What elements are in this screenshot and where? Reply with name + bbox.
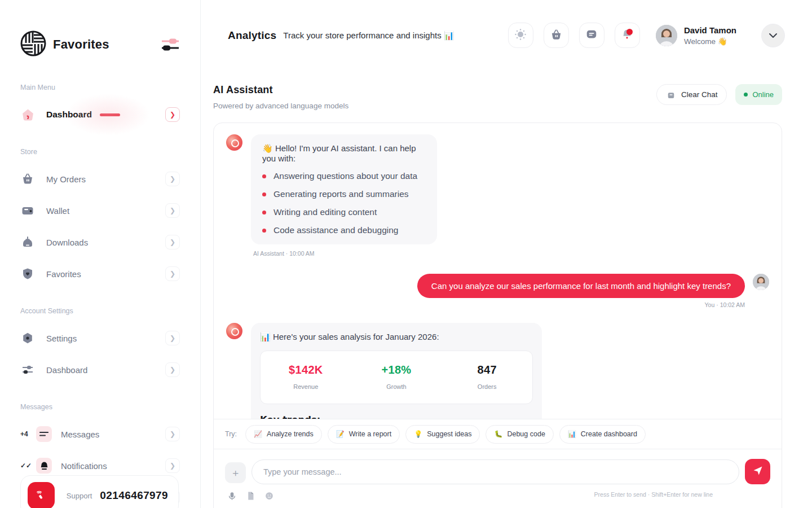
stat-growth: +18% Growth (351, 364, 442, 390)
clear-chat-label: Clear Chat (681, 90, 718, 99)
support-card[interactable]: Support 02146467979 (20, 475, 179, 508)
sidebar-item-dashboard-settings[interactable]: Dashboard ❯ (20, 361, 180, 378)
section-label-account: Account Settings (20, 307, 180, 315)
ai-message-bubble: 👋 Hello! I'm your AI assistant. I can he… (251, 134, 437, 244)
messages-button[interactable] (579, 23, 604, 48)
message-input[interactable] (251, 459, 739, 484)
sidebar-item-label: Dashboard (46, 365, 106, 375)
suggestion-chip-debug-code[interactable]: 🐛 Debug code (486, 425, 553, 444)
sun-icon (514, 28, 527, 43)
chevron-right-icon[interactable]: ❯ (165, 203, 180, 218)
attach-button[interactable]: ＋ (225, 462, 246, 483)
sidebar-item-downloads[interactable]: Downloads ❯ (20, 234, 180, 251)
chevron-down-icon[interactable] (761, 24, 785, 47)
list-item: Answering questions about your data (262, 171, 426, 181)
page-title: Analytics (228, 29, 276, 42)
chevron-right-icon[interactable]: ❯ (165, 266, 180, 281)
composer-hint: Press Enter to send · Shift+Enter for ne… (594, 491, 713, 498)
cart-button[interactable] (544, 23, 569, 48)
theme-toggle-button[interactable] (508, 23, 533, 48)
memo-icon: 📝 (336, 430, 345, 438)
bullet-dot (262, 229, 266, 233)
file-icon[interactable] (246, 491, 255, 503)
notification-dot (626, 29, 633, 35)
list-item: Writing and editing content (262, 207, 426, 217)
ai-assistant-header: AI Assistant Powered by advanced languag… (201, 48, 812, 110)
avatar (656, 25, 677, 46)
list-item: Code assistance and debugging (262, 225, 426, 235)
chat-message-list[interactable]: 👋 Hello! I'm your AI assistant. I can he… (214, 123, 782, 419)
section-label-messages: Messages (20, 403, 180, 411)
microphone-icon[interactable] (227, 491, 237, 503)
stat-label: Orders (442, 383, 532, 390)
section-label-store: Store (20, 148, 180, 156)
sliders-icon (20, 362, 35, 377)
bar-chart-icon: 📊 (568, 430, 576, 438)
ai-message-text: 📊 Here's your sales analysis for January… (260, 332, 533, 342)
sidebar-collapse-icon[interactable] (161, 37, 180, 52)
sidebar-item-label: Dashboard (46, 110, 92, 120)
clear-chat-button[interactable]: Clear Chat (656, 84, 727, 105)
stat-label: Revenue (261, 383, 351, 390)
sidebar-item-favorites[interactable]: Favorites ❯ (20, 265, 180, 282)
ai-message: 👋 Hello! I'm your AI assistant. I can he… (226, 134, 769, 244)
plus-icon: ＋ (231, 466, 241, 480)
suggestion-chip-write-report[interactable]: 📝 Write a report (328, 425, 400, 444)
chevron-right-icon[interactable]: ❯ (165, 427, 180, 441)
bell-icon (36, 458, 52, 474)
suggestion-chip-create-dashboard[interactable]: 📊 Create dashboard (559, 425, 646, 444)
chat-panel: 👋 Hello! I'm your AI assistant. I can he… (213, 122, 782, 508)
unread-count-badge: +4 (20, 430, 36, 438)
stat-value: +18% (351, 364, 442, 376)
sidebar-item-label: Settings (46, 334, 106, 343)
bullet-dot (262, 174, 266, 178)
sidebar-item-label: Notifications (61, 461, 113, 471)
sidebar-item-label: Downloads (46, 238, 106, 247)
chevron-right-icon[interactable]: ❯ (165, 172, 180, 186)
active-indicator (100, 113, 120, 116)
chevron-right-icon[interactable]: ❯ (165, 331, 180, 345)
stat-label: Growth (351, 383, 442, 390)
suggestion-chip-suggest-ideas[interactable]: 💡 Suggest ideas (405, 425, 480, 444)
chevron-right-icon[interactable]: ❯ (165, 458, 180, 473)
chevron-right-icon[interactable]: ❯ (165, 362, 180, 377)
chevron-right-icon[interactable]: ❯ (165, 235, 180, 249)
sidebar-item-wallet[interactable]: Wallet ❯ (20, 202, 180, 219)
sidebar-item-dashboard[interactable]: Dashboard ❯ (20, 106, 180, 123)
sidebar-item-settings[interactable]: Settings ❯ (20, 330, 180, 347)
sidebar-item-notifications[interactable]: ✓✓ Notifications ❯ (20, 457, 180, 474)
sidebar-item-label: Favorites (46, 269, 106, 279)
user-menu[interactable]: David Tamon Welcome 👋 (656, 25, 736, 46)
ai-message-bubble: 📊 Here's your sales analysis for January… (251, 323, 542, 419)
chart-up-icon: 📈 (254, 430, 262, 438)
brand-name: Favorites (53, 37, 109, 52)
user-message-bubble: Can you analyze our sales performance fo… (417, 274, 745, 298)
composer: ＋ (214, 449, 782, 484)
try-label: Try: (225, 430, 237, 438)
ai-message: 📊 Here's your sales analysis for January… (226, 323, 769, 419)
paper-plane-icon (752, 465, 764, 478)
ai-avatar (226, 323, 242, 339)
page-subtitle: Track your store performance and insight… (283, 30, 454, 41)
sidebar-item-messages[interactable]: +4 Messages ❯ (20, 426, 180, 443)
sidebar-item-label: My Orders (46, 174, 106, 184)
user-message: Can you analyze our sales performance fo… (226, 274, 769, 298)
notifications-button[interactable] (615, 23, 640, 48)
basket-icon (550, 28, 563, 43)
emoji-icon[interactable] (264, 491, 274, 503)
chevron-right-icon[interactable]: ❯ (165, 107, 180, 122)
send-button[interactable] (745, 459, 770, 484)
ai-assistant-subtitle: Powered by advanced language models (213, 102, 348, 110)
message-timestamp: You · 10:02 AM (226, 301, 745, 308)
sidebar-item-my-orders[interactable]: My Orders ❯ (20, 170, 180, 187)
composer-footer: Press Enter to send · Shift+Enter for ne… (214, 484, 782, 503)
status-badge: Online (735, 84, 782, 105)
user-welcome: Welcome 👋 (684, 37, 736, 46)
status-label: Online (752, 90, 774, 99)
wallet-icon (20, 203, 35, 218)
basket-icon (20, 172, 35, 186)
user-name: David Tamon (684, 25, 736, 35)
sidebar-item-label: Wallet (46, 206, 106, 216)
suggestion-chip-analyze-trends[interactable]: 📈 Analyze trends (245, 425, 322, 444)
shield-heart-icon (20, 266, 35, 281)
